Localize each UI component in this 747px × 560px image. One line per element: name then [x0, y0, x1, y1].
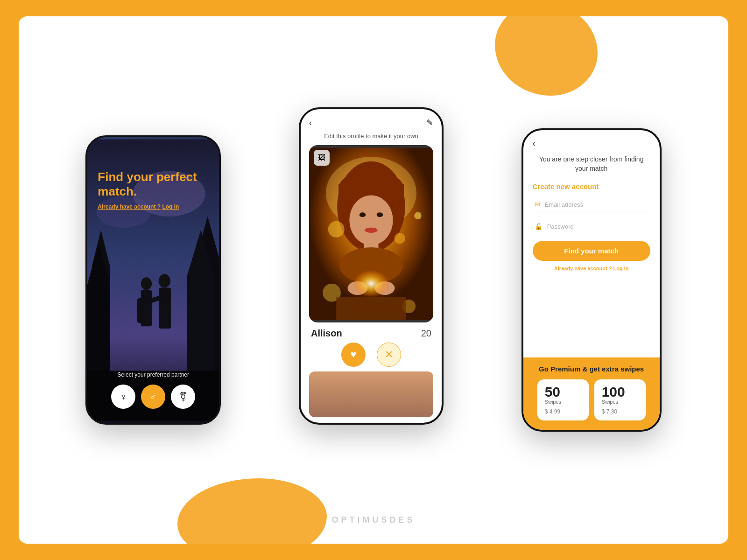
svg-point-22 [377, 212, 383, 217]
swipe-label-50: Swipes [545, 399, 581, 405]
already-text-right: Already have account ? [554, 266, 612, 271]
male-gender-btn[interactable]: ♂ [141, 385, 165, 409]
svg-point-21 [359, 212, 366, 217]
swipe-label-100: Swipes [602, 399, 638, 405]
find-match-button[interactable]: Find your match [533, 241, 650, 261]
phone-right-headline: You are one step closer from finding you… [533, 155, 650, 173]
gender-buttons: ♀ ♂ ⚧ [111, 385, 195, 409]
profile-info-row: Allison 20 [309, 322, 433, 343]
already-account-text: Already have account ? [98, 203, 161, 210]
phone-left-subtitle: Already have account ? Log In [98, 203, 209, 210]
back-icon-right[interactable]: ‹ [533, 139, 650, 148]
dislike-button[interactable]: ✕ [377, 343, 401, 367]
back-icon-center[interactable]: ‹ [309, 118, 312, 128]
email-placeholder[interactable]: Email address [545, 201, 583, 208]
email-input-field: ✉ Email address [533, 197, 650, 212]
password-input-field: 🔒 Password [533, 219, 650, 234]
login-link-right[interactable]: Log In [613, 266, 628, 271]
phone-left-bottom: Select your preferred partner ♀ ♂ ⚧ [87, 371, 219, 409]
action-buttons: ♥ ✕ [309, 343, 433, 367]
blob-bottom-center [177, 478, 327, 544]
profile-card-preview [309, 371, 433, 417]
female-gender-btn[interactable]: ♀ [111, 385, 135, 409]
email-icon: ✉ [535, 201, 540, 208]
phone-center-nav: ‹ ✎ [309, 118, 433, 128]
preferred-text: Select your preferred partner [118, 371, 189, 378]
photo-upload-icon[interactable]: 🖼 [314, 150, 330, 166]
phone-right: ‹ You are one step closer from finding y… [521, 128, 662, 432]
svg-point-30 [394, 233, 405, 244]
phone-center-subtitle: Edit this profile to make it your own [309, 133, 433, 140]
profile-card: 🖼 [309, 145, 433, 322]
nonbinary-gender-btn[interactable]: ⚧ [171, 385, 195, 409]
blob-top-right [495, 16, 598, 96]
create-account-label: Create new account [533, 182, 650, 190]
profile-name: Allison [311, 328, 342, 339]
account-text-right: Already have account ? Log In [533, 266, 650, 271]
profile-age: 20 [421, 328, 431, 339]
svg-rect-34 [336, 297, 406, 320]
svg-point-20 [349, 195, 393, 245]
swipe-card-100[interactable]: 100 Swipes $ 7.30 [594, 379, 646, 420]
password-placeholder[interactable]: Password [547, 223, 574, 230]
swipe-card-50[interactable]: 50 Swipes $ 4.99 [537, 379, 589, 420]
phone-left: Find your perfect match. Already have ac… [85, 135, 221, 425]
like-button[interactable]: ♥ [341, 343, 366, 367]
phone-right-inner: ‹ You are one step closer from finding y… [523, 130, 660, 430]
swipe-price-100: $ 7.30 [602, 408, 638, 415]
phone-left-content: Find your perfect match. Already have ac… [87, 137, 219, 423]
swipe-count-50: 50 [545, 385, 581, 399]
svg-point-29 [328, 221, 345, 238]
swipe-price-50: $ 4.99 [545, 408, 581, 415]
phone-center: ‹ ✎ Edit this profile to make it your ow… [299, 107, 444, 425]
swipe-cards: 50 Swipes $ 4.99 100 Swipes $ 7.30 [533, 379, 650, 420]
premium-title: Go Premium & get extra swipes [533, 365, 650, 373]
lock-icon: 🔒 [535, 223, 543, 230]
premium-section: Go Premium & get extra swipes 50 Swipes … [523, 357, 660, 430]
swipe-count-100: 100 [602, 385, 638, 399]
watermark: OPTIMUSDES [331, 515, 415, 525]
login-link-left[interactable]: Log In [162, 203, 179, 210]
phone-right-top: ‹ You are one step closer from finding y… [523, 130, 660, 357]
outer-frame: Find your perfect match. Already have ac… [19, 16, 728, 544]
edit-icon-center[interactable]: ✎ [426, 118, 433, 128]
phone-left-inner: Find your perfect match. Already have ac… [87, 137, 219, 423]
svg-point-28 [353, 270, 389, 297]
phone-left-title: Find your perfect match. [98, 170, 209, 199]
svg-point-23 [365, 227, 377, 233]
phone-center-inner: ‹ ✎ Edit this profile to make it your ow… [301, 109, 442, 423]
svg-point-33 [414, 212, 422, 219]
